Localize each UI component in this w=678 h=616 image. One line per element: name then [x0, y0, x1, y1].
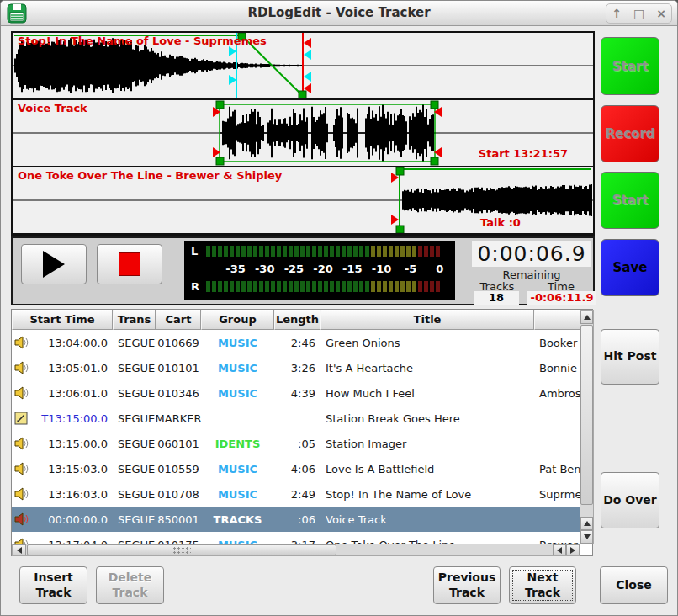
meter-scale-label: -15 [342, 263, 363, 275]
log-row[interactable]: 13:15:03.0SEGUE010559MUSIC4:06Love Is A … [12, 456, 580, 481]
horizontal-scroll-thumb[interactable] [27, 544, 336, 555]
scroll-up-button-2[interactable] [580, 517, 593, 530]
log-row-selected[interactable]: 00:00:00.0SEGUE850001TRACKS:06Voice Trac… [12, 507, 580, 532]
meter-segment [241, 281, 246, 292]
log-row[interactable]: 13:16:03.0SEGUE010708MUSIC2:49Stop! In T… [12, 481, 580, 507]
column-header-cart[interactable]: Cart [156, 310, 201, 330]
meter-segment [312, 281, 316, 292]
meter-segment [406, 281, 411, 292]
meter-segment [336, 246, 340, 257]
close-button[interactable]: Close [600, 566, 668, 604]
scroll-up-button[interactable] [580, 311, 593, 324]
log-cell: Station Imager [320, 431, 534, 456]
meter-segment [300, 246, 305, 257]
meter-segment [336, 281, 340, 292]
meter-segment [253, 246, 257, 257]
maximize-window-icon[interactable]: □ [633, 3, 644, 24]
play-icon [43, 251, 65, 278]
column-header-title[interactable]: Title [320, 310, 534, 330]
log-row[interactable]: T13:15:00.0SEGUEMARKERStation Break Goes… [12, 406, 580, 431]
hit-post-button[interactable]: Hit Post [601, 329, 659, 385]
column-header-artist[interactable] [534, 310, 580, 330]
log-cell: 010669 [156, 330, 201, 355]
log-cell: 4:06 [274, 456, 320, 481]
vertical-scroll-thumb[interactable] [580, 325, 593, 505]
meter-segment [271, 281, 275, 292]
log-cell: SEGUE [113, 481, 156, 507]
log-row[interactable]: 13:15:00.0SEGUE060101IDENTS:05Station Im… [12, 431, 580, 456]
scroll-right-button[interactable] [566, 544, 580, 555]
log-cell: 13:15:00.0 [12, 431, 113, 456]
meter-segment [324, 281, 328, 292]
meter-right-bar [206, 281, 440, 292]
meter-segment [212, 281, 216, 292]
scroll-left-button[interactable] [13, 544, 26, 555]
meter-segment [430, 281, 434, 292]
log-rows-viewport: 13:04:00.0SEGUE010669MUSIC2:46Green Onio… [12, 330, 580, 544]
meter-scale-label: -25 [284, 263, 305, 275]
meter-segment [330, 246, 334, 257]
log-cell: Love Is A Battlefield [320, 456, 534, 481]
waveform-panel-voice-track[interactable]: Voice Track Start 13:21:57 [13, 100, 593, 166]
record-button[interactable]: Record [601, 105, 659, 162]
log-cell: 13:05:01.0 [12, 355, 113, 380]
horizontal-scrollbar[interactable] [12, 544, 580, 556]
meter-segment [383, 281, 387, 292]
scroll-left-button-2[interactable] [553, 544, 566, 555]
meter-segment [365, 246, 369, 257]
waveform-panel-outgoing-track[interactable]: Stop! In The Name of Love - Suprmemes [13, 33, 593, 98]
meter-segment [389, 246, 393, 257]
start-track1-button[interactable]: Start [601, 37, 659, 95]
column-header-length[interactable]: Length [274, 310, 320, 330]
log-cell: TRACKS [201, 507, 274, 532]
meter-segment [424, 281, 428, 292]
stop-button[interactable] [97, 244, 162, 284]
meter-segment [241, 246, 246, 257]
column-header-start-time[interactable]: Start Time [12, 310, 113, 330]
delete-track-button[interactable]: DeleteTrack [96, 566, 164, 604]
log-row[interactable]: 13:04:00.0SEGUE010669MUSIC2:46Green Onio… [12, 330, 580, 355]
meter-segment [306, 246, 310, 257]
meter-segment [224, 246, 228, 257]
meter-segment [259, 281, 263, 292]
arrow-down-icon [584, 534, 591, 539]
start-track3-button[interactable]: Start [601, 172, 659, 229]
close-window-icon[interactable]: × [656, 3, 666, 24]
transport-bar: L R -35-30-25-20-15-10-50 0:00:06.9 Rema… [11, 236, 595, 305]
insert-track-button[interactable]: InsertTrack [19, 566, 87, 604]
next-track-button[interactable]: NextTrack [509, 566, 576, 604]
log-cell: 13:17:04.0 [12, 532, 113, 544]
meter-segment [318, 246, 322, 257]
log-cell: How Much I Feel [320, 380, 534, 406]
column-header-trans[interactable]: Trans [113, 310, 156, 330]
log-cell: MUSIC [201, 456, 274, 481]
log-row[interactable]: 13:05:01.0SEGUE010101MUSIC3:26It's A Hea… [12, 355, 580, 380]
log-row[interactable]: 13:06:01.0SEGUE010346MUSIC4:39How Much I… [12, 380, 580, 406]
log-cell: Pat Benatar [534, 456, 580, 481]
meter-segment [218, 281, 222, 292]
waveform-panel-incoming-track[interactable]: One Toke Over The Line - Brewer & Shiple… [13, 167, 593, 233]
log-cell: 4:39 [274, 380, 320, 406]
meter-segment [400, 246, 405, 257]
meter-segment [283, 281, 287, 292]
meter-scale-label: -35 [225, 263, 246, 275]
meter-segment [300, 281, 305, 292]
meter-segment [289, 246, 293, 257]
do-over-button[interactable]: Do Over [601, 472, 659, 528]
column-header-group[interactable]: Group [201, 310, 274, 330]
shade-window-icon[interactable]: ↑ [612, 3, 622, 24]
save-button[interactable]: Save [601, 239, 659, 296]
log-cell: It's A Heartache [320, 355, 534, 380]
previous-track-button[interactable]: PreviousTrack [433, 566, 501, 604]
scroll-down-button[interactable] [580, 530, 593, 544]
play-button[interactable] [21, 244, 87, 284]
stop-icon [119, 252, 140, 276]
vertical-scrollbar[interactable] [580, 310, 594, 544]
meter-segment [347, 246, 352, 257]
arrow-left-icon [557, 547, 562, 554]
log-cell: SEGUE [113, 456, 156, 481]
log-cell: 2:49 [274, 481, 320, 507]
meter-segment [294, 246, 299, 257]
log-row[interactable]: 13:17:04.0SEGUE010175MUSIC3:17One Toke O… [12, 532, 580, 544]
meter-segment [365, 281, 369, 292]
